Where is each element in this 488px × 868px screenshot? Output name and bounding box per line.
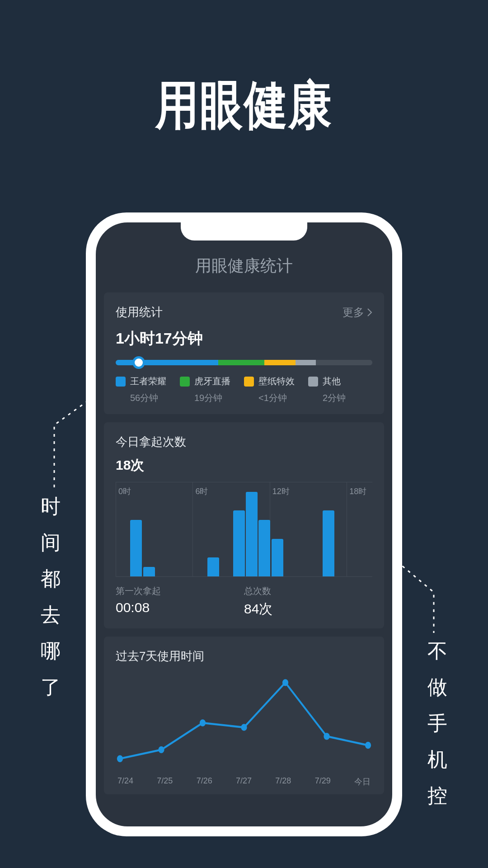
- usage-segment: [218, 360, 264, 365]
- bar: [323, 510, 334, 576]
- chevron-right-icon: [367, 308, 372, 317]
- first-pickup-label: 第一次拿起: [116, 585, 244, 597]
- legend-swatch: [180, 377, 190, 387]
- legend-item: 虎牙直播19分钟: [180, 375, 244, 404]
- usage-bar-handle[interactable]: [132, 356, 145, 369]
- pickups-bar-chart: 0时6时12时18时: [116, 482, 372, 577]
- bar: [258, 520, 270, 576]
- usage-bar[interactable]: [116, 360, 372, 365]
- caption-left: 时间都去哪了: [41, 488, 61, 705]
- line-x-tick: 7/26: [197, 776, 212, 787]
- bar: [272, 539, 283, 576]
- line-x-tick: 7/29: [315, 776, 331, 787]
- line-x-tick: 7/28: [275, 776, 291, 787]
- line-point: [365, 742, 371, 749]
- legend-swatch: [116, 377, 126, 387]
- phone-notch: [181, 222, 307, 241]
- pickups-card: 今日拿起次数 18次 0时6时12时18时 第一次拿起 00:08 总次数 84…: [104, 422, 384, 628]
- total-pickups-label: 总次数: [244, 585, 372, 597]
- pickups-value: 18次: [116, 456, 372, 475]
- line-x-tick: 7/25: [157, 776, 173, 787]
- line-point: [117, 755, 123, 762]
- legend-time: <1分钟: [244, 392, 308, 404]
- week-title: 过去7天使用时间: [116, 648, 372, 664]
- week-line-chart: [116, 673, 372, 773]
- bar: [246, 492, 258, 576]
- bar: [143, 567, 155, 576]
- usage-segment: [296, 360, 316, 365]
- pickups-title: 今日拿起次数: [116, 434, 372, 450]
- line-x-tick: 今日: [354, 776, 371, 787]
- legend-name: 王者荣耀: [130, 375, 166, 387]
- usage-legend: 王者荣耀56分钟虎牙直播19分钟壁纸特效<1分钟其他2分钟: [116, 375, 372, 404]
- legend-name: 壁纸特效: [258, 375, 295, 387]
- legend-time: 2分钟: [308, 392, 372, 404]
- more-button[interactable]: 更多: [343, 305, 372, 320]
- bar: [233, 510, 245, 576]
- legend-name: 虎牙直播: [194, 375, 230, 387]
- legend-swatch: [308, 377, 318, 387]
- usage-total: 1小时17分钟: [116, 328, 372, 349]
- legend-time: 19分钟: [180, 392, 244, 404]
- usage-card: 使用统计 更多 1小时17分钟 王者荣耀56分钟虎牙直播19分钟壁纸特效<1分钟…: [104, 292, 384, 414]
- first-pickup-value: 00:08: [116, 600, 244, 615]
- phone-frame: 用眼健康统计 使用统计 更多 1小时17分钟 王者荣耀56分钟虎牙直播19分钟壁…: [86, 212, 402, 836]
- line-point: [200, 719, 206, 726]
- line-point: [158, 746, 164, 753]
- phone-screen: 用眼健康统计 使用统计 更多 1小时17分钟 王者荣耀56分钟虎牙直播19分钟壁…: [96, 222, 392, 826]
- line-series: [120, 683, 368, 759]
- more-label: 更多: [343, 305, 364, 320]
- week-card: 过去7天使用时间 7/247/257/267/277/287/29今日: [104, 637, 384, 794]
- usage-segment: [264, 360, 295, 365]
- bar: [130, 520, 142, 576]
- legend-swatch: [244, 377, 254, 387]
- line-x-tick: 7/24: [117, 776, 133, 787]
- total-pickups-value: 84次: [244, 600, 372, 618]
- legend-item: 其他2分钟: [308, 375, 372, 404]
- week-x-axis: 7/247/257/267/277/287/29今日: [116, 776, 372, 787]
- caption-right: 不做手机控: [427, 633, 447, 814]
- usage-title: 使用统计: [116, 304, 163, 320]
- bar: [207, 557, 219, 576]
- legend-item: 王者荣耀56分钟: [116, 375, 180, 404]
- legend-time: 56分钟: [116, 392, 180, 404]
- line-point: [282, 679, 288, 686]
- usage-segment: [116, 360, 218, 365]
- legend-item: 壁纸特效<1分钟: [244, 375, 308, 404]
- line-point: [324, 733, 329, 740]
- line-x-tick: 7/27: [236, 776, 252, 787]
- line-point: [241, 724, 247, 731]
- page-title: 用眼健康: [0, 71, 488, 142]
- legend-name: 其他: [323, 375, 341, 387]
